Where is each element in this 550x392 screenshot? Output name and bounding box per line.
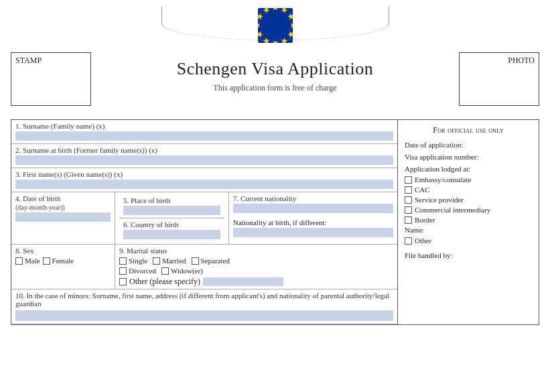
marital-row-1: Single Married Separated xyxy=(119,257,393,265)
field-10-label: 10. In the case of minors: Surname, firs… xyxy=(15,291,393,308)
subtitle: This application form is free of charge xyxy=(98,83,452,93)
sex-male-checkbox[interactable] xyxy=(15,257,23,265)
lodged-cac-checkbox[interactable] xyxy=(405,186,412,194)
marital-married[interactable]: Married xyxy=(153,257,186,265)
field-1-row: 1. Surname (Family name) (x) xyxy=(11,120,397,144)
marital-single-label: Single xyxy=(129,257,147,265)
marital-married-label: Married xyxy=(162,257,186,265)
field-7-col: 7. Current nationality Nationality at bi… xyxy=(229,192,397,244)
lodged-service[interactable]: Service provider xyxy=(405,196,532,204)
photo-label: PHOTO xyxy=(508,56,535,65)
marital-other-input[interactable] xyxy=(203,277,283,286)
field-56-col: 5. Place of birth 6. Country of birth xyxy=(115,192,229,244)
field-1-input[interactable] xyxy=(15,131,393,141)
marital-separated-checkbox[interactable] xyxy=(192,257,199,265)
lodged-service-checkbox[interactable] xyxy=(405,196,412,204)
marital-widow-label: Widow(er) xyxy=(171,267,203,275)
field-1-label: 1. Surname (Family name) (x) xyxy=(15,122,393,130)
field-4-label: 4. Date of birth xyxy=(15,194,111,202)
field-6-input[interactable] xyxy=(123,230,220,239)
visa-number-label: Visa application number: xyxy=(405,153,532,161)
name-label: Name: xyxy=(405,226,424,234)
title-area: Schengen Visa Application This applicati… xyxy=(98,52,452,93)
field-6-label: 6. Country of birth xyxy=(123,220,220,228)
fields-89-row: 8. Sex Male Female 9. xyxy=(11,245,397,289)
field-5-label: 5. Place of birth xyxy=(123,196,220,204)
lodged-embassy-label: Embassy/consulate xyxy=(415,176,471,184)
stamp-box: STAMP xyxy=(11,52,91,106)
marital-married-checkbox[interactable] xyxy=(153,257,160,265)
marital-separated[interactable]: Separated xyxy=(192,257,230,265)
lodged-cac[interactable]: CAC xyxy=(405,186,532,194)
field-3-label: 3. First name(s) (Given name(s)) (x) xyxy=(15,170,393,178)
form-container: 1. Surname (Family name) (x) 2. Surname … xyxy=(11,119,539,325)
marital-separated-label: Separated xyxy=(201,257,230,265)
sex-female-item[interactable]: Female xyxy=(43,257,74,265)
field-4-col: 4. Date of birth (day-month-year)) xyxy=(11,192,115,244)
marital-widow-checkbox[interactable] xyxy=(161,267,169,275)
marital-single[interactable]: Single xyxy=(119,257,147,265)
sex-male-item[interactable]: Male xyxy=(15,257,40,265)
marital-other-label: Other (please specify) xyxy=(129,277,200,287)
field-7-input[interactable] xyxy=(233,204,393,213)
form-left: 1. Surname (Family name) (x) 2. Surname … xyxy=(11,120,398,324)
sex-male-label: Male xyxy=(25,257,40,265)
sex-female-label: Female xyxy=(52,257,74,265)
lodged-at-label: Application lodged at: xyxy=(405,165,532,173)
lodged-commercial-checkbox[interactable] xyxy=(405,206,412,214)
sex-checkboxes: Male Female xyxy=(15,257,111,265)
field-10-input[interactable] xyxy=(15,310,393,321)
lodged-commercial[interactable]: Commercial intermediary xyxy=(405,206,532,214)
name-section: Name: xyxy=(405,226,532,234)
marital-divorced[interactable]: Divorced xyxy=(119,267,156,275)
other-label: Other xyxy=(415,237,431,245)
header-section: STAMP Schengen Visa Application This app… xyxy=(0,47,550,111)
sex-female-checkbox[interactable] xyxy=(43,257,50,265)
field-7-label: 7. Current nationality xyxy=(233,194,393,202)
field-2-input[interactable] xyxy=(15,155,393,165)
lodged-cac-label: CAC xyxy=(415,186,430,194)
field-4-input[interactable] xyxy=(15,212,111,222)
fields-4567-row: 4. Date of birth (day-month-year)) 5. Pl… xyxy=(11,192,397,245)
marital-divorced-checkbox[interactable] xyxy=(119,267,127,275)
field-10-row: 10. In the case of minors: Surname, firs… xyxy=(11,289,397,324)
marital-row-2: Divorced Widow(er) xyxy=(119,267,393,275)
field-5-area: 5. Place of birth xyxy=(119,194,224,218)
file-handled-label: File handled by: xyxy=(405,251,532,259)
lodged-service-label: Service provider xyxy=(415,196,464,204)
lodged-border-label: Border xyxy=(415,216,435,224)
field-9-col: 9. Marital status Single Married xyxy=(115,245,397,289)
lodged-commercial-label: Commercial intermediary xyxy=(415,206,490,214)
stamp-label: STAMP xyxy=(15,56,42,65)
marital-single-checkbox[interactable] xyxy=(119,257,127,265)
field-7-nationality-at-birth-input[interactable] xyxy=(233,228,393,237)
official-use-panel: For official use only Date of applicatio… xyxy=(398,120,539,324)
marital-other-checkbox[interactable] xyxy=(119,278,127,285)
lodged-border-checkbox[interactable] xyxy=(405,216,412,224)
field-2-row: 2. Surname at birth (Former family name(… xyxy=(11,144,397,168)
field-3-row: 3. First name(s) (Given name(s)) (x) xyxy=(11,168,397,192)
top-arch-area xyxy=(0,0,550,47)
marital-divorced-label: Divorced xyxy=(129,267,156,275)
field-6-area: 6. Country of birth xyxy=(119,218,224,242)
marital-row-3: Other (please specify) xyxy=(119,277,393,287)
main-title: Schengen Visa Application xyxy=(98,59,452,79)
lodged-embassy[interactable]: Embassy/consulate xyxy=(405,176,532,184)
field-8-col: 8. Sex Male Female xyxy=(11,245,115,289)
field-5-input[interactable] xyxy=(123,206,220,215)
photo-box: PHOTO xyxy=(459,52,539,106)
field-4-sublabel: (day-month-year)) xyxy=(15,204,111,211)
marital-widow[interactable]: Widow(er) xyxy=(161,267,203,275)
field-8-label: 8. Sex xyxy=(15,247,111,255)
field-7-sublabel: Nationality at birth, if different: xyxy=(233,218,393,226)
official-title: For official use only xyxy=(405,125,532,135)
field-3-input[interactable] xyxy=(15,180,393,189)
other-checkbox[interactable] xyxy=(405,237,412,245)
field-9-label: 9. Marital status xyxy=(119,247,393,255)
arch-line xyxy=(161,7,389,40)
other-option[interactable]: Other xyxy=(405,237,532,245)
lodged-border[interactable]: Border xyxy=(405,216,532,224)
field-2-label: 2. Surname at birth (Former family name(… xyxy=(15,146,393,154)
lodged-embassy-checkbox[interactable] xyxy=(405,176,412,184)
date-application-label: Date of application: xyxy=(405,141,532,149)
